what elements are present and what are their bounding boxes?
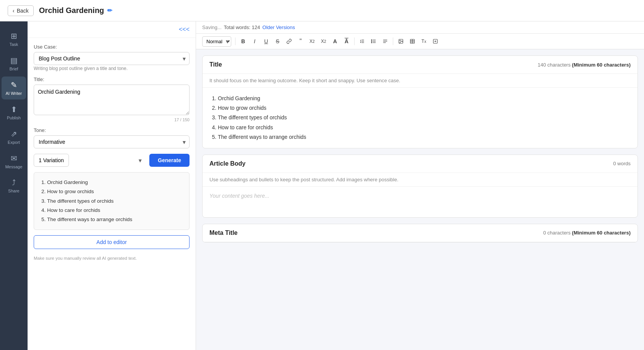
strikethrough-button[interactable]: S	[272, 36, 283, 47]
export-icon: ⇗	[11, 129, 17, 138]
link-button[interactable]	[284, 36, 294, 47]
sidebar-item-label: Publish	[7, 116, 21, 120]
sidebar-item-label: Brief	[10, 67, 18, 71]
meta-title-header: Meta Title 0 characters (Minimum 60 char…	[203, 224, 637, 242]
sidebar-item-message[interactable]: ✉ Message	[2, 150, 26, 173]
sidebar-item-task[interactable]: ⊞ Task	[2, 28, 26, 50]
topbar: ‹ Back Orchid Gardening ✏	[0, 0, 644, 21]
title-list-item: The different ways to arrange orchids	[218, 132, 631, 142]
use-case-label: Use Case:	[34, 44, 190, 50]
sidebar-item-label: AI Writer	[6, 91, 22, 96]
ai-writer-icon: ✎	[11, 80, 17, 90]
title-list-item: How to grow orchids	[218, 103, 631, 113]
task-icon: ⊞	[11, 31, 17, 41]
font-color-button[interactable]: A	[330, 36, 340, 47]
sidebar: ⊞ Task ▤ Brief ✎ AI Writer ⬆ Publish ⇗ E…	[0, 21, 28, 350]
sidebar-item-label: Share	[8, 189, 19, 193]
title-items-list: Orchid GardeningHow to grow orchidsThe d…	[209, 94, 631, 142]
superscript-button[interactable]: X2	[318, 36, 329, 47]
use-case-select[interactable]: Blog Post Outline	[34, 52, 190, 65]
image-button[interactable]	[396, 36, 406, 47]
title-block-body: Orchid GardeningHow to grow orchidsThe d…	[203, 88, 637, 148]
result-list: Orchid GardeningHow to grow orchidsThe d…	[39, 178, 184, 224]
title-block-header: Title 140 characters (Minimum 60 charact…	[203, 56, 637, 74]
tone-select-wrapper: Informative	[34, 135, 190, 148]
tone-field: Tone: Informative	[34, 127, 190, 148]
result-item: How to care for orchids	[47, 206, 184, 215]
italic-button[interactable]: I	[249, 36, 260, 47]
insert-button[interactable]	[430, 36, 441, 47]
result-item: The different types of orchids	[47, 197, 184, 206]
blockquote-button[interactable]: "	[295, 36, 306, 47]
tone-label: Tone:	[34, 127, 190, 133]
result-item: The different ways to arrange orchids	[47, 215, 184, 224]
char-count: 17 / 150	[34, 117, 190, 122]
main-layout: ⊞ Task ▤ Brief ✎ AI Writer ⬆ Publish ⇗ E…	[0, 21, 644, 350]
ordered-list-button[interactable]	[357, 36, 368, 47]
page-title: Orchid Gardening ✏	[39, 6, 112, 15]
use-case-description: Writing blog post outline given a title …	[34, 66, 190, 71]
collapse-button[interactable]: <<<	[179, 26, 190, 33]
title-list-item: Orchid Gardening	[218, 94, 631, 103]
toolbar-divider-3	[393, 37, 393, 45]
page-title-text: Orchid Gardening	[39, 6, 104, 15]
word-count: Total words: 124	[224, 24, 260, 30]
svg-point-13	[400, 40, 400, 41]
svg-point-7	[371, 41, 372, 42]
back-button[interactable]: ‹ Back	[8, 5, 34, 16]
panel: <<< Use Case: Blog Post Outline Writing …	[28, 21, 196, 350]
tone-select[interactable]: Informative	[34, 135, 190, 148]
brief-icon: ▤	[10, 56, 18, 65]
older-versions-link[interactable]: Older Versions	[262, 24, 295, 30]
clear-format-button[interactable]: Tx	[418, 36, 429, 47]
title-block-description: It should focus on the learning outcome.…	[203, 74, 637, 88]
add-to-editor-button[interactable]: Add to editor	[34, 235, 190, 249]
editor-toolbar: Normal B I U S " X2 X2 A Ā	[196, 34, 644, 49]
article-body-header: Article Body 0 words	[203, 155, 637, 173]
title-block-title: Title	[209, 61, 222, 68]
meta-title-block: Meta Title 0 characters (Minimum 60 char…	[202, 224, 638, 243]
style-select[interactable]: Normal	[202, 36, 231, 47]
sidebar-item-export[interactable]: ⇗ Export	[2, 125, 26, 148]
svg-point-8	[371, 42, 372, 43]
bold-button[interactable]: B	[238, 36, 248, 47]
sidebar-item-label: Export	[8, 140, 20, 145]
panel-header: <<<	[28, 21, 196, 38]
sidebar-item-label: Message	[5, 164, 23, 169]
meta-title-title: Meta Title	[209, 230, 238, 236]
result-box: Orchid GardeningHow to grow orchidsThe d…	[34, 172, 190, 230]
sidebar-item-ai-writer[interactable]: ✎ AI Writer	[2, 77, 26, 99]
editor-status-row: Saving... Total words: 124 Older Version…	[196, 21, 644, 34]
generate-button[interactable]: Generate	[149, 154, 190, 167]
meta-char-min: (Minimum 60 characters)	[572, 230, 631, 236]
sidebar-item-brief[interactable]: ▤ Brief	[2, 52, 26, 75]
title-list-item: How to care for orchids	[218, 123, 631, 132]
meta-title-meta: 0 characters (Minimum 60 characters)	[543, 230, 631, 236]
title-list-item: The different types of orchids	[218, 113, 631, 122]
generate-row: 1 Variation Generate	[34, 154, 190, 167]
variation-select[interactable]: 1 Variation	[34, 154, 69, 167]
saving-status: Saving...	[202, 24, 222, 30]
panel-body: Use Case: Blog Post Outline Writing blog…	[28, 38, 196, 267]
style-select-wrapper: Normal	[202, 36, 233, 47]
back-label: Back	[17, 8, 29, 14]
subscript-button[interactable]: X2	[307, 36, 317, 47]
align-button[interactable]	[380, 36, 391, 47]
highlight-button[interactable]: Ā	[341, 36, 352, 47]
toolbar-divider-2	[354, 37, 355, 45]
article-body-meta: 0 words	[613, 161, 631, 166]
article-body-placeholder[interactable]: Your content goes here...	[203, 187, 637, 217]
editor-area: Saving... Total words: 124 Older Version…	[196, 21, 644, 350]
share-icon: ⤴	[12, 178, 16, 187]
sidebar-item-share[interactable]: ⤴ Share	[2, 174, 26, 197]
title-block-meta: 140 characters (Minimum 60 characters)	[538, 62, 631, 68]
table-button[interactable]	[407, 36, 418, 47]
edit-icon[interactable]: ✏	[107, 7, 112, 14]
sidebar-item-publish[interactable]: ⬆ Publish	[2, 101, 26, 124]
sidebar-item-label: Task	[10, 42, 18, 47]
title-char-count: 140 characters	[538, 62, 570, 68]
message-icon: ✉	[11, 154, 17, 163]
unordered-list-button[interactable]	[368, 36, 379, 47]
title-input[interactable]	[34, 85, 190, 115]
underline-button[interactable]: U	[261, 36, 271, 47]
